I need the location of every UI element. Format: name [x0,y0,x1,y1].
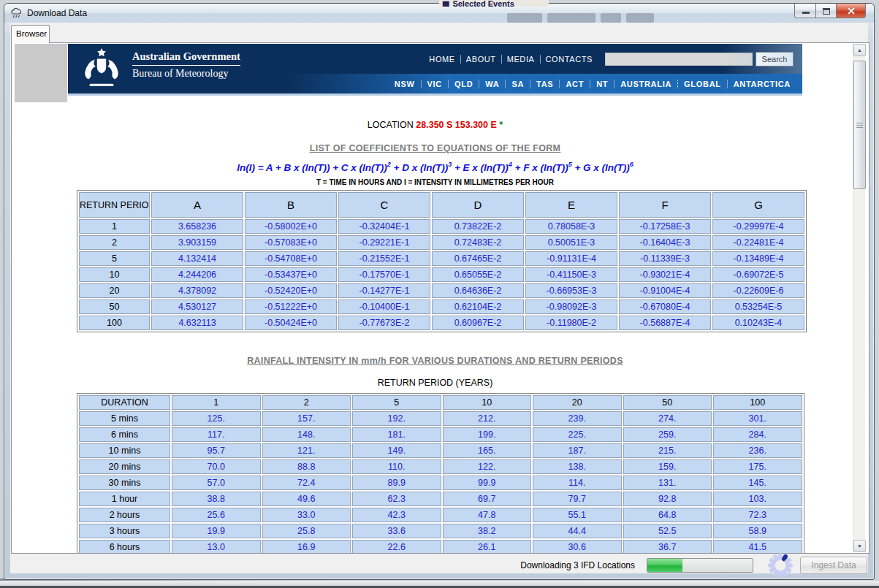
table-row: 6 hours13.016.922.626.130.636.741.5 [79,540,802,554]
table-row: 204.378092-0.52420E+0-0.14277E-10.64636E… [79,283,804,298]
maximize-button[interactable] [816,4,837,18]
nav-link-nt[interactable]: NT [596,80,608,88]
value-cell: 187. [533,443,622,458]
vertical-scrollbar[interactable]: ▲ ▼ [853,44,865,552]
ingest-data-button[interactable]: Ingest Data [800,557,867,574]
column-header: A [151,192,243,218]
status-text: Downloading 3 IFD Locations [520,560,635,570]
nav-link-vic[interactable]: VIC [427,80,442,88]
column-header: G [712,192,804,218]
value-cell: 4.530127 [151,299,243,314]
table-row: 3 hours19.925.833.638.244.452.558.9 [79,524,802,538]
value-cell: 157. [262,411,351,426]
coefficients-heading: LIST OF COEFFICIENTS TO EQUATIONS OF THE… [68,143,802,153]
nav-link-home[interactable]: HOME [429,55,454,64]
value-cell: 13.0 [172,540,261,554]
value-cell: 0.73822E-2 [432,219,524,234]
nav-link-australia[interactable]: AUSTRALIA [620,80,671,88]
row-header-cell: 5 mins [79,411,170,426]
value-cell: 117. [172,427,261,442]
value-cell: 38.2 [443,524,532,538]
nav-link-contacts[interactable]: CONTACTS [546,55,593,64]
value-cell: 72.3 [713,508,802,522]
column-header: 1 [172,395,261,410]
column-header: B [245,192,337,218]
nav-link-wa[interactable]: WA [485,80,499,88]
scroll-down-button[interactable]: ▼ [853,540,866,552]
location-flag: * [499,120,503,130]
column-header: C [338,192,430,218]
value-cell: 0.78058E-3 [525,219,617,234]
coefficients-table: RETURN PERIODABCDEFG13.658236-0.58002E+0… [77,190,807,332]
nav-link-about[interactable]: ABOUT [466,55,496,64]
value-cell: -0.91004E-4 [619,283,711,298]
scroll-up-button[interactable]: ▲ [853,44,866,56]
nav-link-qld[interactable]: QLD [454,80,473,88]
close-button[interactable] [837,4,866,18]
nav-separator [501,55,502,64]
value-cell: 236. [713,443,802,458]
search-input[interactable] [605,53,753,66]
value-cell: -0.77673E-2 [338,316,430,330]
nav-link-media[interactable]: MEDIA [507,55,535,64]
value-cell: 49.6 [262,492,351,506]
web-page: Australian Government Bureau of Meteorol… [68,44,802,553]
value-cell: -0.14277E-1 [338,283,430,298]
row-header-cell: 100 [79,316,150,330]
column-header: 5 [352,395,441,410]
row-header-cell: 50 [79,299,150,314]
rainfall-table: DURATION1251020501005 mins125.157.192.21… [77,393,804,554]
value-cell: -0.11980E-2 [525,316,617,330]
value-cell: -0.41150E-3 [525,267,617,282]
minimize-icon [802,12,810,14]
value-cell: -0.29997E-4 [712,219,804,234]
search-button[interactable]: Search [756,52,794,66]
value-cell: 16.9 [262,540,351,554]
table-row: 13.658236-0.58002E+0-0.32404E-10.73822E-… [79,219,804,234]
value-cell: 159. [623,459,712,474]
value-cell: 225. [533,427,622,442]
gov-title: Australian Government [132,50,240,66]
column-header: 50 [623,395,712,410]
rainfall-heading: RAINFALL INTENSITY IN mm/h FOR VARIOUS D… [68,356,802,366]
bureau-title: Bureau of Meteorology [132,66,240,80]
value-cell: 301. [713,411,802,426]
value-cell: 4.632113 [151,316,243,330]
nav-link-nsw[interactable]: NSW [395,80,415,88]
loading-spinner [766,551,794,579]
nav-separator [677,80,678,88]
tab-browser[interactable]: Browser [11,25,50,43]
value-cell: 192. [352,411,441,426]
nav-separator [460,55,461,64]
value-cell: -0.21552E-1 [338,251,430,266]
value-cell: -0.57083E+0 [245,235,337,250]
row-header-cell: 1 [79,219,150,234]
nav-separator [540,55,541,64]
column-header: 100 [713,395,802,410]
download-data-window: Download Data Browser [4,3,875,580]
scroll-thumb[interactable] [853,61,866,189]
value-cell: 95.7 [172,443,261,458]
value-cell: 47.8 [443,508,532,522]
value-cell: 3.903159 [151,235,243,250]
nav-link-act[interactable]: ACT [566,80,584,88]
row-header-cell: 3 hours [79,524,170,538]
value-cell: 30.6 [533,540,622,554]
value-cell: 89.9 [352,476,441,490]
location-line: LOCATION 28.350 S 153.300 E * [68,120,802,130]
minimize-button[interactable] [794,4,816,18]
header-underline [68,93,802,96]
nav-link-tas[interactable]: TAS [536,80,553,88]
value-cell: -0.29221E-1 [338,235,430,250]
value-cell: 0.60967E-2 [432,316,524,330]
nav-link-sa[interactable]: SA [511,80,524,88]
value-cell: 52.5 [623,524,712,538]
nav-link-global[interactable]: GLOBAL [684,80,721,88]
nav-separator [727,80,728,88]
value-cell: 181. [352,427,441,442]
nav-link-antarctica[interactable]: ANTARCTICA [734,80,791,88]
value-cell: 4.132414 [151,251,243,266]
value-cell: 0.65055E-2 [432,267,524,282]
value-cell: 64.8 [623,508,712,522]
row-header-cell: 2 hours [79,508,170,522]
